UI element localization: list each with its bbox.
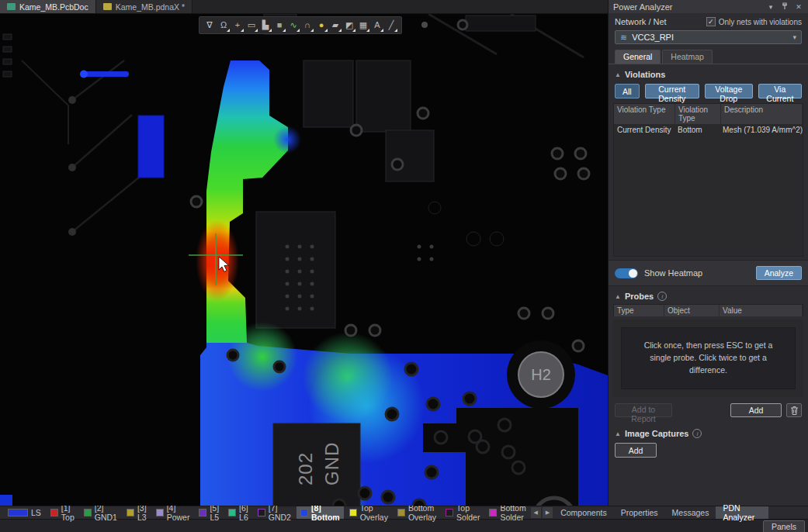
select-area-icon[interactable]: ▭: [244, 19, 258, 33]
layer-tab-4-power[interactable]: [4] Power: [152, 506, 194, 519]
draw-line-icon[interactable]: ╱: [384, 19, 398, 33]
violations-section-header[interactable]: ▲ Violations: [609, 64, 808, 82]
network-net-label: Network / Net: [615, 17, 667, 26]
layer-tab-top-solder[interactable]: Top Solder: [442, 506, 484, 519]
polygon-pour-icon[interactable]: ▰: [328, 19, 342, 33]
net-icon: ≋: [620, 33, 627, 43]
place-bars-icon[interactable]: ▙: [258, 19, 272, 33]
tab-general[interactable]: General: [615, 50, 661, 64]
route-curve-icon[interactable]: ∿: [286, 19, 300, 33]
analyze-button[interactable]: Analyze: [756, 266, 802, 280]
delete-probe-button[interactable]: [786, 403, 802, 417]
probes-table: Type Object Value: [613, 304, 803, 316]
doc-tab-kame-mb-pdnax[interactable]: Kame_MB.pdnaX *: [96, 0, 192, 13]
hole-label: H2: [531, 366, 551, 383]
layer-tab-ls[interactable]: LS: [4, 506, 45, 519]
scroll-right-icon[interactable]: ▶: [543, 507, 553, 518]
layer-tab-2-gnd1[interactable]: [2] GND1: [80, 506, 121, 519]
layer-color-swatch: [50, 509, 58, 516]
svg-text:202: 202: [295, 452, 316, 485]
component-202-gnd: [273, 423, 360, 506]
image-captures-section-header[interactable]: ▲ Image Captures i: [609, 423, 808, 441]
net-selected-value: VCC3_RPI: [632, 33, 788, 42]
show-heatmap-toggle[interactable]: [615, 268, 638, 278]
svg-text:GND: GND: [321, 442, 342, 485]
graph-capture-icon[interactable]: ▦: [356, 19, 370, 33]
panel-tab-properties[interactable]: Properties: [614, 506, 665, 519]
filter-all-button[interactable]: All: [615, 84, 640, 98]
filter-voltage-drop-button[interactable]: Voltage Drop: [705, 84, 753, 98]
text-string-icon[interactable]: A: [370, 19, 384, 33]
meander-icon[interactable]: ∩: [300, 19, 314, 33]
add-capture-button[interactable]: Add: [615, 443, 657, 458]
layer-tab-1-top[interactable]: [1] Top: [47, 506, 78, 519]
highlight-bulb-icon[interactable]: ●: [314, 19, 328, 33]
layer-color-swatch: [127, 509, 134, 516]
violation-filters: AllCurrent DensityVoltage DropVia Curren…: [609, 82, 808, 103]
mounting-hole-h2[interactable]: H2: [507, 340, 575, 409]
panels-button[interactable]: Panels: [763, 520, 805, 532]
net-select-dropdown[interactable]: ≋ VCC3_RPI ▾: [615, 30, 802, 44]
checkbox-check-icon: ✓: [706, 17, 716, 26]
layer-color-swatch: [489, 509, 497, 516]
layer-tab-8-bottom[interactable]: [8] Bottom: [296, 506, 344, 519]
collapse-triangle-icon: ▲: [615, 430, 621, 437]
layer-color-swatch: [349, 509, 357, 516]
layer-tab-bottom-overlay[interactable]: Bottom Overlay: [394, 506, 440, 519]
violations-table-header: Violation Type Violation Type Descriptio…: [614, 104, 803, 124]
layer-color-swatch: [397, 509, 405, 516]
panel-tab-pdn-analyzer[interactable]: PDN Analyzer: [716, 506, 768, 519]
layer-tab-bottom-solder[interactable]: Bottom Solder: [485, 506, 529, 519]
crosshair-icon[interactable]: +: [231, 19, 244, 33]
current-density-hotspot: [196, 220, 239, 301]
info-icon: i: [657, 292, 667, 301]
altium-window: Kame_MB.PcbDocKame_MB.pdnaX * ∇Ω+▭▙■∿∩●▰…: [0, 0, 808, 532]
panel-menu-icon[interactable]: ▾: [766, 3, 775, 11]
fill-region-icon[interactable]: ■: [272, 19, 286, 33]
collapse-triangle-icon: ▲: [615, 293, 621, 300]
filter-icon[interactable]: ∇: [203, 19, 217, 33]
panel-tab-messages[interactable]: Messages: [665, 506, 716, 519]
pin-icon[interactable]: [780, 2, 789, 12]
pcb-artwork[interactable]: H2 202 GND: [0, 14, 608, 506]
panel-tab-components[interactable]: Components: [553, 506, 614, 519]
filter-via-current-button[interactable]: Via Current: [758, 84, 802, 98]
violation-row[interactable]: Current Density Bottom Mesh (71.039 A/mm…: [614, 124, 803, 136]
filter-current-density-button[interactable]: Current Density: [645, 84, 699, 98]
scroll-left-icon[interactable]: ◀: [531, 507, 541, 518]
layer-color-swatch: [446, 509, 453, 516]
layer-tab-6-l6[interactable]: [6] L6: [224, 506, 252, 519]
panel-tabs: ComponentsPropertiesMessagesPDN Analyzer: [553, 506, 768, 519]
doc-tab-kame-mb-pcbdoc[interactable]: Kame_MB.PcbDoc: [0, 0, 96, 13]
violations-table-body: [614, 136, 803, 256]
layer-color-swatch: [300, 509, 308, 516]
probes-table-header: Type Object Value: [614, 305, 803, 316]
only-violations-checkbox[interactable]: ✓ Only nets with violations: [706, 17, 802, 26]
bar-spacer: [768, 506, 808, 519]
layer-tab-5-l5[interactable]: [5] L5: [195, 506, 223, 519]
layer-color-swatch: [156, 509, 164, 516]
chevron-down-icon: ▾: [792, 33, 796, 41]
probes-help-text: Click once, then press ESC to get a sing…: [621, 327, 796, 389]
probes-section-header[interactable]: ▲ Probes i: [609, 286, 808, 304]
layer-color-swatch: [8, 509, 28, 516]
violations-table[interactable]: Violation Type Violation Type Descriptio…: [613, 103, 803, 257]
panel-title: Power Analyzer: [613, 2, 761, 12]
measure-area-icon[interactable]: ◩: [342, 19, 356, 33]
add-probe-button[interactable]: Add: [730, 403, 782, 417]
tab-heatmap[interactable]: Heatmap: [662, 50, 713, 64]
status-bar: Panels: [0, 519, 808, 532]
layer-tab-3-l3[interactable]: [3] L3: [123, 506, 151, 519]
add-to-report-button[interactable]: Add to Report: [615, 403, 672, 417]
panel-mode-tabs: GeneralHeatmap: [609, 50, 808, 64]
layer-tab-7-gnd2[interactable]: [7] GND2: [254, 506, 295, 519]
close-icon[interactable]: ✕: [794, 3, 803, 11]
snap-magnet-icon[interactable]: Ω: [217, 19, 231, 33]
trash-icon: [791, 406, 798, 415]
layer-color-swatch: [199, 509, 206, 516]
pcb-canvas[interactable]: ∇Ω+▭▙■∿∩●▰◩▦A╱: [0, 14, 608, 506]
layer-tabs: LS[1] Top[2] GND1[3] L3[4] Power[5] L5[6…: [0, 506, 530, 519]
layer-tab-top-overlay[interactable]: Top Overlay: [345, 506, 392, 519]
layer-color-swatch: [84, 509, 92, 516]
show-heatmap-label: Show Heatmap: [644, 268, 702, 278]
